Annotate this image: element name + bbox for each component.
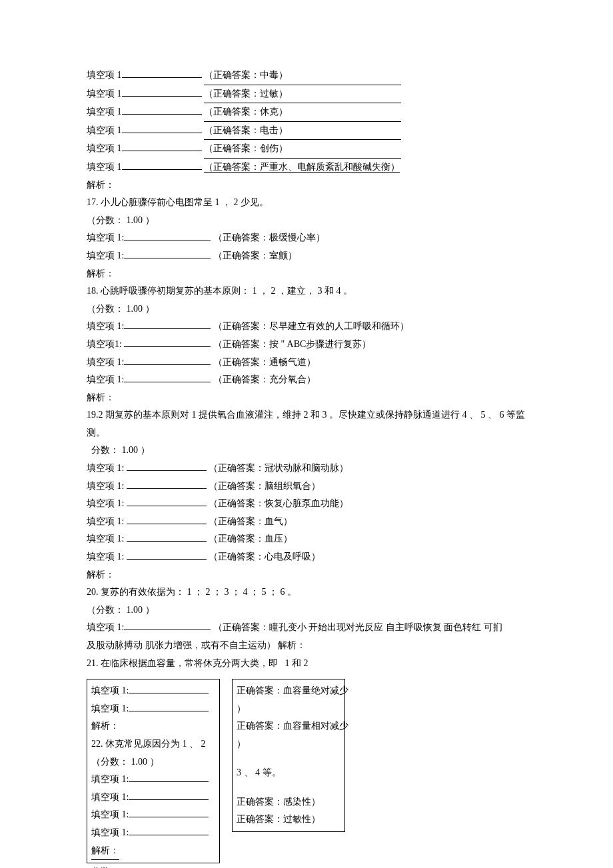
blank-row: 填空项 1 （正确答案：创伤） [87,140,526,159]
blank-line [127,479,207,489]
blank-line [127,550,207,560]
question-stem: 19.2 期复苏的基本原则对 1 提供氧合血液灌注，维持 2 和 3 。尽快建立… [87,406,526,442]
answer-text: （正确答案：休克） [204,103,401,122]
blank-line [124,355,211,365]
blank-line [122,87,202,97]
blank-row: 填空项 1 （正确答案：过敏） [87,85,526,104]
blank-row: 填空项 1: （正确答案：心电及呼吸） [87,548,526,566]
blank-label: 填空项 1 [87,89,122,99]
analysis-label: 解析： [87,177,526,195]
question-stem: 18. 心跳呼吸骤停初期复苏的基本原则： 1 ， 2 ，建立， 3 和 4 。 [87,282,526,300]
blank-label: 填空项 1: [91,774,129,784]
answer-text: （正确答案：脑组织氧合） [209,481,320,491]
blank-label: 填空项 1: [91,809,129,819]
blank-line [124,337,211,347]
blank-row: 填空项 1 （正确答案：中毒） [87,67,526,85]
answer-text: （正确答案：极缓慢心率） [213,232,325,242]
blank-label: 填空项 1 [87,125,122,135]
blank-line [122,160,202,170]
answer-text: 3 、 4 等。 [237,764,340,782]
answer-text: （正确答案：充分氧合） [213,374,316,384]
blank-row: 填空项 1 （正确答案：休克） [87,103,526,122]
analysis-label: 解析： [91,717,215,735]
answer-text: 正确答案：过敏性） [237,811,340,829]
analysis-label: 解析： [87,389,526,407]
blank-label: 填空项 1: [87,516,124,526]
blank-line [122,105,202,115]
blank-label: 填空项 1: [91,827,129,837]
blank-label: 填空项 1: [87,481,124,491]
analysis-label: 解析： [87,265,526,283]
blank-line [129,701,209,711]
blank-row: 填空项 1: （正确答案：尽早建立有效的人工呼吸和循环） [87,318,526,336]
blank-row: 填空项 1: （正确答案：瞳孔变小 开始出现对光反应 自主呼吸恢复 面色转红 可… [87,619,526,637]
blank-line [124,620,211,630]
answer-text: （正确答案：通畅气道） [213,357,316,367]
answer-text: （正确答案：室颤） [213,250,297,260]
question-stem: 17. 小儿心脏骤停前心电图常呈 1 ， 2 少见。 [87,194,526,212]
blank-line [129,772,209,782]
score-text: 分数： 1.00 ） [87,863,526,868]
blank-line [127,461,207,471]
blank-label: 填空项 1 [87,107,122,117]
blank-label: 填空项 1 [87,162,122,172]
answer-text: （正确答案：恢复心脏泵血功能） [209,498,348,508]
blank-label: 填空项 1: [87,321,124,331]
blank-row: 填空项 1: （正确答案：充分氧合） [87,371,526,389]
answer-text: 正确答案：感染性） [237,793,340,811]
answer-text: 正确答案：血容量相对减少 [237,717,340,735]
blank-label: 填空项 1: [87,250,124,260]
blank-row: 填空项 1: （正确答案：脑组织氧合） [87,478,526,496]
answer-text: （正确答案：血气） [209,516,293,526]
answer-text: （正确答案：电击） [204,122,401,141]
blank-label: 填空项 1: [87,463,124,473]
blank-label: 填空项 1: [87,232,124,242]
score-text: （分数： 1.00 ） [87,212,526,230]
blank-label: 填空项 1: [91,792,129,802]
answer-text: （正确答案：按 " ABC步骤进行复苏） [213,339,372,349]
question-stem: 20. 复苏的有效依据为： 1 ； 2 ； 3 ； 4 ； 5 ； 6 。 [87,584,526,602]
answer-text: （正确答案：中毒） [204,67,401,85]
blank-row: 填空项 1: （正确答案：冠状动脉和脑动脉） [87,460,526,478]
blank-line [124,230,211,240]
answer-text: 正确答案：血容量绝对减少 [237,682,340,700]
blank-line [129,807,209,817]
blank-label: 填空项 1: [91,685,129,695]
blank-label: 填空项 1 [87,70,122,80]
score-text: （分数： 1.00 ） [91,753,215,771]
blank-row: 填空项 1 （正确答案：严重水、电解质紊乱和酸碱失衡） [87,159,526,177]
score-text: 分数： 1.00 ） [87,442,526,460]
answer-text: （正确答案：冠状动脉和脑动脉） [209,463,348,473]
blank-row: 填空项 1: （正确答案：血压） [87,530,526,548]
blank-line [124,372,211,382]
blank-row: 填空项 1: （正确答案：血气） [87,513,526,531]
question-stem: 21. 在临床根据血容量，常将休克分两大类，即 1 和 2 [87,655,526,673]
blank-label: 填空项 1 [87,143,122,153]
blank-label: 填空项 1: [91,703,129,713]
blank-line [122,123,202,133]
blank-label: 填空项 1: [87,534,124,544]
answer-text: ） [237,700,340,718]
score-text: （分数： 1.00 ） [87,602,526,620]
blank-row: 填空项1: （正确答案：按 " ABC步骤进行复苏） [87,336,526,354]
answer-text: （正确答案：创伤） [204,140,401,159]
answer-cont: 及股动脉搏动 肌张力增强，或有不自主运动） 解析： [87,637,526,655]
box-left: 填空项 1: 填空项 1: 解析： 22. 休克常见原因分为 1 、 2 （分数… [87,679,220,863]
blank-row: 填空项 1: （正确答案：恢复心脏泵血功能） [87,495,526,513]
blank-line [127,496,207,506]
blank-line [127,514,207,524]
blank-label: 填空项 1: [87,357,124,367]
blank-line [129,790,209,800]
blank-line [122,141,202,151]
blank-label: 填空项 1: [87,498,124,508]
blank-row: 填空项 1: （正确答案：室颤） [87,247,526,265]
analysis-label: 解析： [91,842,119,861]
answer-text: （正确答案：过敏） [204,85,401,104]
blank-line [122,68,202,78]
blank-label: 填空项 1: [87,622,124,632]
blank-line [124,248,211,258]
blank-label: 填空项1: [87,339,122,349]
blank-row: 填空项 1: （正确答案：通畅气道） [87,354,526,372]
blank-line [129,683,209,693]
box-row: 填空项 1: 填空项 1: 解析： 22. 休克常见原因分为 1 、 2 （分数… [87,679,526,863]
